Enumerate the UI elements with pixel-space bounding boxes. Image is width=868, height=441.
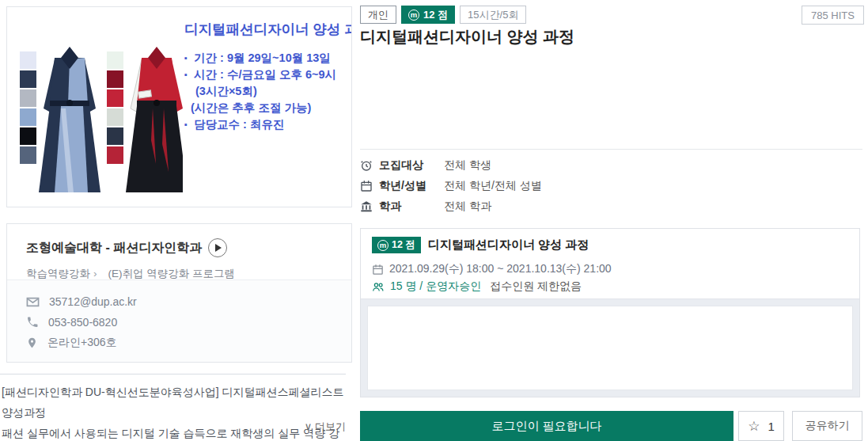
course-poster-card: 디지털패션디자이너 양성 과 ▪기간 : 9월 29일~10월 13일 ▪시간 … bbox=[6, 6, 352, 207]
favorite-button[interactable]: ☆ 1 bbox=[738, 411, 784, 441]
divider bbox=[0, 374, 346, 374]
session-capacity-row: 15 명 / 운영자승인 접수인원 제한없음 bbox=[372, 278, 848, 295]
mileage-icon: m bbox=[377, 240, 389, 251]
badge-course-type: 개인 bbox=[360, 6, 396, 24]
target-icon bbox=[360, 159, 373, 172]
fashion-illustration bbox=[18, 15, 183, 202]
poster-line: 기간 : 9월 29일~10월 13일 bbox=[194, 50, 331, 67]
show-more-button[interactable]: ∨ 더보기 bbox=[305, 420, 346, 432]
session-title: 디지털패션디자이너 양성 과정 bbox=[428, 238, 589, 253]
program-category: 학습역량강화 bbox=[26, 268, 90, 279]
swatch-column-blue bbox=[20, 51, 36, 164]
login-required-button[interactable]: 로그인이 필요합니다 bbox=[360, 411, 733, 441]
info-row-target: 모집대상 전체 학생 bbox=[360, 155, 862, 176]
page-title: 디지털패션디자이너 양성 과정 bbox=[360, 26, 574, 48]
info-row-grade-gender: 학년/성별 전체 학년/전체 성별 bbox=[360, 176, 862, 196]
poster-line: 담당교수 : 최유진 bbox=[194, 116, 284, 133]
info-value: 전체 학년/전체 성별 bbox=[444, 179, 542, 193]
session-capacity: 15 명 / 운영자승인 bbox=[390, 279, 481, 294]
info-value: 전체 학과 bbox=[444, 200, 491, 214]
course-detail-page: 디지털패션디자이너 양성 과 ▪기간 : 9월 29일~10월 13일 ▪시간 … bbox=[0, 0, 868, 441]
session-period: 2021.09.29(수) 18:00 ~ 2021.10.13(수) 21:0… bbox=[389, 262, 612, 276]
contact-row-phone: 053-850-6820 bbox=[26, 312, 332, 333]
info-value: 전체 학생 bbox=[444, 158, 491, 173]
bullet-icon: ▪ bbox=[184, 50, 194, 67]
calendar-icon bbox=[360, 180, 373, 192]
phone-icon bbox=[26, 316, 39, 329]
show-more-label: 더보기 bbox=[315, 420, 346, 432]
info-label: 학년/성별 bbox=[379, 179, 444, 193]
badge-hours: 15시간/5회 bbox=[460, 6, 526, 24]
poster-text-block: 디지털패션디자이너 양성 과 ▪기간 : 9월 29일~10월 13일 ▪시간 … bbox=[184, 20, 352, 133]
bullet-icon: ▪ bbox=[184, 116, 194, 133]
session-body bbox=[361, 298, 859, 397]
star-icon: ☆ bbox=[748, 418, 760, 435]
chevron-down-icon: ∨ bbox=[305, 420, 313, 432]
course-info-list: 모집대상 전체 학생 학년/성별 전체 학년/전체 성별 학과 전체 학과 bbox=[360, 155, 862, 217]
info-row-department: 학과 전체 학과 bbox=[360, 196, 862, 217]
play-icon bbox=[215, 244, 222, 252]
department-card: 조형예술대학 - 패션디자인학과 학습역량강화›(E)취업 역량강화 프로그램 … bbox=[6, 223, 352, 363]
favorite-count: 1 bbox=[768, 420, 774, 433]
contact-phone: 053-850-6820 bbox=[48, 316, 117, 329]
play-button[interactable] bbox=[208, 238, 227, 257]
contact-section: 35712@dup.ac.kr 053-850-6820 온라인+306호 bbox=[7, 279, 351, 362]
calendar-icon bbox=[372, 264, 384, 276]
poster-line: (시간은 추후 조절 가능) bbox=[191, 100, 311, 116]
badge-points-label: 12 점 bbox=[392, 238, 415, 252]
mileage-icon: m bbox=[408, 10, 419, 21]
chevron-right-icon: › bbox=[93, 268, 97, 279]
share-button[interactable]: 공유하기 bbox=[792, 411, 862, 441]
bank-icon bbox=[360, 200, 373, 213]
divider bbox=[360, 149, 862, 150]
info-label: 모집대상 bbox=[379, 158, 444, 173]
session-period-row: 2021.09.29(수) 18:00 ~ 2021.10.13(수) 21:0… bbox=[372, 260, 848, 278]
badge-points-label: 12 점 bbox=[423, 8, 448, 22]
contact-row-email: 35712@dup.ac.kr bbox=[26, 291, 332, 312]
coat-illustration-blue bbox=[39, 47, 100, 192]
people-icon bbox=[372, 281, 385, 293]
badge-mileage-points: m 12 점 bbox=[372, 237, 421, 253]
session-panel: m 12 점 디지털패션디자이너 양성 과정 2021.09.29(수) 18:… bbox=[360, 228, 860, 397]
badges-row: 개인 m 12 점 15시간/5회 bbox=[360, 6, 526, 24]
contact-row-location: 온라인+306호 bbox=[26, 333, 332, 353]
poster-line: 시간 : 수/금요일 오후 6~9시 bbox=[194, 67, 336, 83]
swatch-column-red bbox=[107, 51, 123, 164]
description-line: [패션디자인학과 DU-혁신선도분야육성사업] 디지털패션스페셜리스트양성과정 bbox=[2, 382, 347, 423]
session-capacity-note: 접수인원 제한없음 bbox=[490, 279, 582, 294]
coat-illustration-red bbox=[126, 47, 183, 192]
contact-email: 35712@dup.ac.kr bbox=[49, 295, 137, 308]
poster-line: (3시간×5회) bbox=[195, 83, 257, 100]
contact-location: 온라인+306호 bbox=[47, 336, 117, 350]
bullet-icon: ▪ bbox=[184, 67, 194, 83]
department-title: 조형예술대학 - 패션디자인학과 bbox=[26, 240, 202, 257]
hits-counter: 785 HITS bbox=[802, 6, 864, 25]
info-label: 학과 bbox=[379, 200, 444, 214]
badge-mileage-points: m 12 점 bbox=[401, 6, 455, 24]
program-name: (E)취업 역량강화 프로그램 bbox=[108, 268, 236, 279]
location-icon bbox=[26, 336, 38, 349]
mail-icon bbox=[26, 295, 40, 309]
poster-title: 디지털패션디자이너 양성 과 bbox=[184, 20, 352, 39]
session-body-content bbox=[367, 306, 853, 390]
